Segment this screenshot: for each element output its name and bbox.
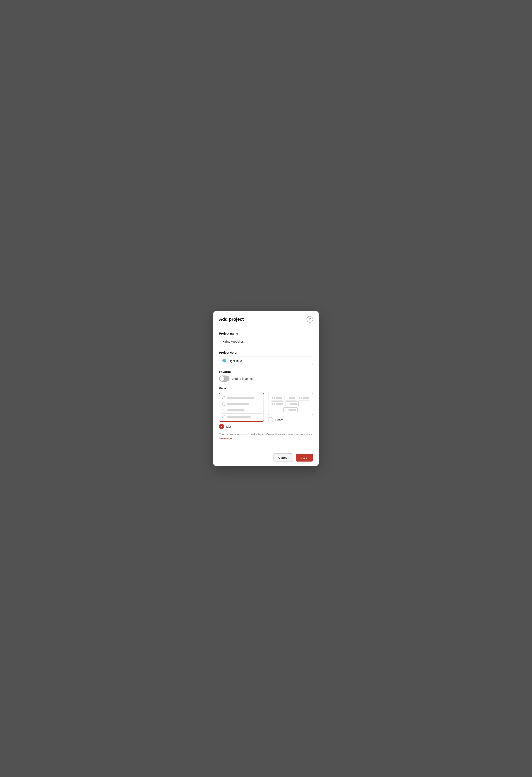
favorite-group: Favorite Add to favorites: [219, 370, 313, 381]
list-bar-3: [227, 409, 245, 412]
toggle-thumb: [220, 376, 225, 381]
board-radio[interactable]: [268, 417, 273, 422]
list-radio-row: List: [219, 424, 264, 429]
dialog-overlay: Add project ? Project name Project color…: [0, 0, 532, 777]
board-card-bar-6: [288, 409, 296, 411]
list-row-1: [221, 395, 262, 401]
board-label: Board: [275, 418, 283, 422]
dialog-title: Add project: [219, 317, 244, 322]
board-card-4: [271, 402, 284, 406]
project-name-label: Project name: [219, 332, 313, 335]
list-circle-1: [222, 396, 226, 400]
board-grid: [270, 395, 311, 413]
board-card-circle-2: [286, 397, 288, 399]
add-button[interactable]: Add: [296, 454, 313, 461]
board-row-1: [271, 396, 310, 401]
list-bar-1: [227, 397, 254, 399]
project-name-group: Project name: [219, 332, 313, 346]
board-card-bar-5: [290, 403, 297, 405]
dialog-header: Add project ?: [213, 311, 319, 327]
favorite-toggle[interactable]: [219, 375, 230, 381]
learn-more-link[interactable]: Learn more: [219, 437, 232, 440]
list-bar-2: [227, 403, 249, 405]
board-spacer: [300, 402, 310, 406]
board-card-circle-3: [299, 397, 302, 399]
board-card-circle-4: [272, 403, 275, 405]
view-section-label: View: [219, 386, 313, 390]
cancel-button[interactable]: Cancel: [273, 453, 293, 462]
project-color-group: Project color Light Blue: [219, 351, 313, 365]
list-view-preview: [219, 393, 264, 422]
view-description-text: Choose how tasks should be displayed. Vi…: [219, 433, 313, 436]
board-view-preview: [268, 393, 313, 415]
list-radio[interactable]: [219, 424, 224, 429]
list-bar-4: [227, 416, 251, 418]
board-radio-row: Board: [268, 417, 313, 422]
color-dot: [223, 359, 226, 362]
view-description: Choose how tasks should be displayed. Vi…: [219, 432, 313, 440]
list-circle-3: [222, 409, 226, 412]
board-spacer-2: [271, 407, 282, 412]
list-label: List: [226, 425, 231, 428]
board-card-3: [298, 396, 310, 401]
board-card-2: [284, 396, 297, 401]
board-card-5: [285, 402, 299, 406]
board-card-circle-6: [285, 409, 287, 411]
view-group: View: [219, 386, 313, 440]
favorite-section-label: Favorite: [219, 370, 313, 373]
board-card-bar-4: [276, 403, 283, 405]
board-view-option[interactable]: Board: [268, 393, 313, 429]
dialog-footer: Cancel Add: [213, 450, 319, 466]
board-card-circle-5: [287, 403, 289, 405]
favorite-toggle-label: Add to favorites: [232, 377, 253, 380]
list-row-3: [221, 407, 262, 414]
list-view-option[interactable]: List: [219, 393, 264, 429]
list-row-4: [221, 414, 262, 420]
help-button[interactable]: ?: [306, 316, 313, 323]
project-name-input[interactable]: [219, 337, 313, 346]
board-card-bar-3: [303, 397, 309, 399]
list-circle-4: [222, 415, 226, 418]
list-circle-2: [222, 403, 226, 406]
board-card-bar-1: [276, 397, 282, 399]
board-card-6: [283, 407, 298, 412]
project-color-select[interactable]: Light Blue: [219, 356, 313, 365]
favorite-row: Add to favorites: [219, 375, 313, 381]
dialog-body: Project name Project color Light Blue Fa…: [213, 327, 319, 450]
view-options: List: [219, 393, 313, 429]
add-project-dialog: Add project ? Project name Project color…: [213, 311, 319, 466]
board-card-bar-2: [289, 397, 295, 399]
board-card-1: [271, 396, 283, 401]
board-row-3: [271, 407, 310, 412]
board-spacer-3: [299, 407, 310, 412]
project-color-label: Project color: [219, 351, 313, 354]
list-row-2: [221, 401, 262, 407]
color-value-label: Light Blue: [229, 359, 242, 362]
board-row-2: [271, 402, 310, 406]
board-card-circle-1: [272, 397, 275, 399]
